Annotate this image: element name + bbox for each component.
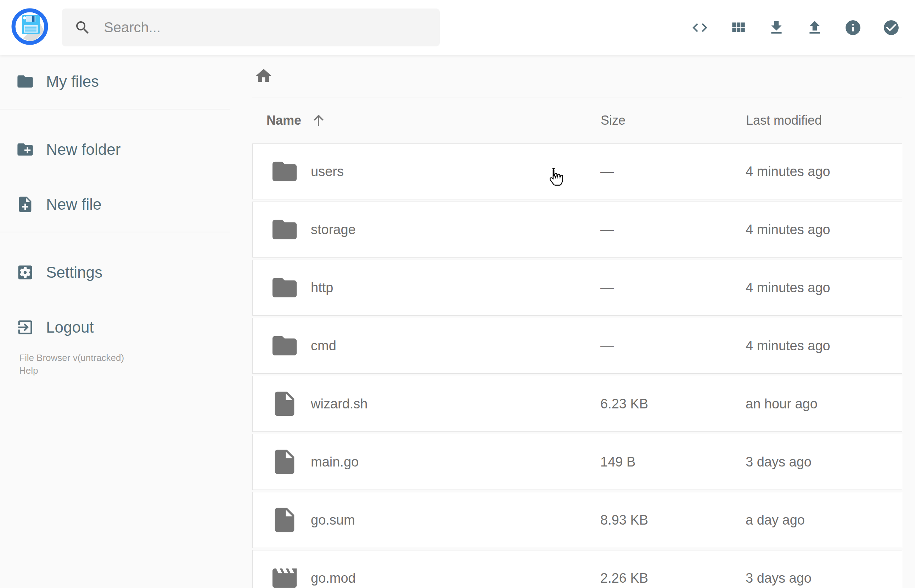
file-row-name-cell: cmd bbox=[253, 331, 600, 360]
sidebar-divider bbox=[0, 218, 230, 258]
upload-button[interactable] bbox=[806, 19, 824, 37]
file-icon bbox=[270, 447, 299, 477]
file-icon bbox=[270, 389, 299, 418]
folder-icon bbox=[270, 273, 299, 302]
search-bar[interactable] bbox=[62, 8, 440, 47]
file-row-main.go[interactable]: main.go149 B3 days ago bbox=[252, 434, 902, 490]
file-icon bbox=[270, 447, 299, 477]
folder-icon bbox=[270, 331, 299, 360]
check-circle-icon bbox=[883, 19, 900, 37]
file-size-text: 2.26 KB bbox=[600, 571, 745, 586]
file-row-http[interactable]: http—4 minutes ago bbox=[252, 260, 902, 316]
info-button[interactable] bbox=[844, 19, 862, 37]
file-modified-text: an hour ago bbox=[745, 396, 902, 412]
file-modified-text: 4 minutes ago bbox=[745, 164, 902, 179]
file-modified-text: 4 minutes ago bbox=[745, 338, 902, 354]
sidebar-gap bbox=[0, 164, 230, 190]
header-actions bbox=[691, 0, 900, 55]
file-modified-text: 4 minutes ago bbox=[745, 280, 902, 296]
file-icon bbox=[270, 506, 299, 535]
file-name-text: go.mod bbox=[311, 571, 356, 586]
file-modified-text: 3 days ago bbox=[745, 571, 902, 586]
folder-icon bbox=[270, 215, 299, 244]
info-icon bbox=[844, 19, 862, 37]
file-row-cmd[interactable]: cmd—4 minutes ago bbox=[252, 318, 902, 374]
file-row-name-cell: storage bbox=[253, 215, 600, 244]
file-size-text: — bbox=[600, 280, 745, 296]
new-folder-icon bbox=[16, 140, 34, 159]
sidebar-item-settings[interactable]: Settings bbox=[0, 258, 230, 287]
home-icon bbox=[254, 66, 273, 85]
logout-icon bbox=[16, 318, 34, 336]
breadcrumb-home-button[interactable] bbox=[254, 66, 273, 85]
file-row-name-cell: wizard.sh bbox=[253, 389, 600, 418]
folder-icon bbox=[270, 331, 299, 360]
listing-column-headers: Name Size Last modified bbox=[252, 97, 902, 144]
folder-icon bbox=[270, 157, 299, 186]
file-icon bbox=[270, 389, 299, 418]
file-name-text: storage bbox=[311, 222, 356, 237]
sort-arrow-up-icon bbox=[310, 112, 327, 129]
search-icon bbox=[74, 19, 91, 36]
grid-view-icon bbox=[729, 19, 747, 37]
file-name-text: wizard.sh bbox=[311, 396, 368, 412]
folder-icon bbox=[270, 157, 299, 186]
file-row-wizard.sh[interactable]: wizard.sh6.23 KBan hour ago bbox=[252, 376, 902, 432]
file-name-text: go.sum bbox=[311, 512, 355, 528]
sidebar-footer: File Browser v(untracked) Help bbox=[19, 351, 124, 377]
folder-icon bbox=[270, 273, 299, 302]
file-size-text: 6.23 KB bbox=[600, 396, 745, 412]
download-button[interactable] bbox=[768, 19, 785, 37]
sidebar-gap bbox=[0, 287, 230, 313]
folder-icon bbox=[16, 72, 34, 90]
column-header-size[interactable]: Size bbox=[601, 113, 746, 128]
file-row-storage[interactable]: storage—4 minutes ago bbox=[252, 202, 902, 257]
sidebar-item-my-files[interactable]: My files bbox=[0, 67, 230, 95]
file-name-text: main.go bbox=[311, 454, 359, 470]
switch-view-button[interactable] bbox=[729, 19, 747, 37]
movie-icon bbox=[270, 564, 299, 588]
app-version-text: File Browser v(untracked) bbox=[19, 351, 124, 364]
file-name-text: users bbox=[311, 164, 344, 179]
help-link[interactable]: Help bbox=[19, 364, 38, 377]
file-size-text: — bbox=[600, 164, 745, 179]
new-file-icon bbox=[16, 195, 34, 213]
movie-icon bbox=[270, 564, 299, 588]
file-row-name-cell: go.sum bbox=[253, 506, 600, 535]
select-multiple-button[interactable] bbox=[883, 19, 900, 37]
sidebar-item-logout-label: Logout bbox=[46, 318, 94, 336]
column-header-name[interactable]: Name bbox=[252, 112, 601, 129]
file-row-go.mod[interactable]: go.mod2.26 KB3 days ago bbox=[252, 550, 902, 588]
file-modified-text: 3 days ago bbox=[745, 454, 902, 470]
folder-icon bbox=[270, 215, 299, 244]
file-size-text: 8.93 KB bbox=[600, 512, 745, 528]
sidebar-item-new-folder[interactable]: New folder bbox=[0, 135, 230, 164]
file-row-users[interactable]: users—4 minutes ago bbox=[252, 144, 902, 199]
file-size-text: 149 B bbox=[600, 454, 745, 470]
column-header-name-label: Name bbox=[267, 113, 301, 128]
file-browser-logo[interactable] bbox=[10, 7, 49, 46]
file-name-text: http bbox=[311, 280, 333, 296]
file-listing: users—4 minutes agostorage—4 minutes ago… bbox=[252, 144, 902, 588]
file-size-text: — bbox=[600, 222, 745, 237]
sidebar-item-new-folder-label: New folder bbox=[46, 141, 121, 158]
file-row-name-cell: go.mod bbox=[253, 564, 600, 588]
file-row-name-cell: main.go bbox=[253, 447, 600, 477]
file-row-name-cell: http bbox=[253, 273, 600, 302]
top-header-bar bbox=[0, 0, 915, 55]
sidebar-item-my-files-label: My files bbox=[46, 73, 99, 90]
search-input[interactable] bbox=[103, 19, 428, 36]
sidebar-item-new-file-label: New file bbox=[46, 195, 102, 213]
sidebar-item-settings-label: Settings bbox=[46, 263, 102, 281]
column-header-modified[interactable]: Last modified bbox=[746, 113, 902, 128]
sidebar-item-logout[interactable]: Logout bbox=[0, 313, 230, 341]
file-icon bbox=[270, 506, 299, 535]
breadcrumb bbox=[252, 55, 902, 97]
file-modified-text: 4 minutes ago bbox=[745, 222, 902, 237]
file-row-go.sum[interactable]: go.sum8.93 KBa day ago bbox=[252, 492, 902, 548]
file-row-name-cell: users bbox=[253, 157, 600, 186]
sidebar-item-new-file[interactable]: New file bbox=[0, 190, 230, 218]
download-icon bbox=[768, 19, 785, 37]
shell-toggle-button[interactable] bbox=[691, 19, 709, 37]
floppy-disk-logo-icon bbox=[10, 7, 49, 46]
